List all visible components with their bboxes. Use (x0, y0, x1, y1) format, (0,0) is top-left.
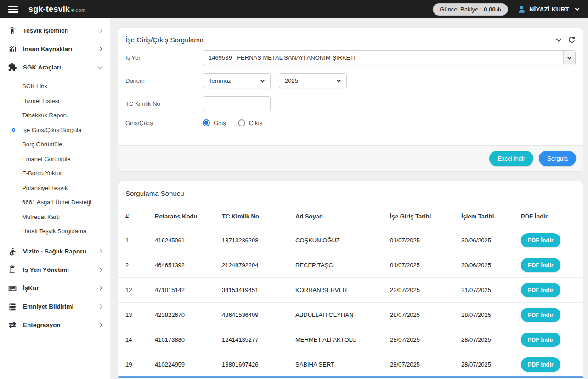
user-chevron-down-icon (575, 6, 580, 11)
horizontal-scrollbar[interactable] (118, 376, 583, 378)
sidebar-item-insan-kaynaklari[interactable]: İnsan Kaynakları (0, 40, 110, 58)
cell-adsoyad: SABİHA SERT (288, 352, 383, 377)
puzzle-icon (7, 62, 17, 72)
clipboard-icon (7, 265, 17, 275)
sidebar-subitem[interactable]: Potansiyel Teşvik (0, 181, 110, 195)
collapse-panel-button[interactable] (557, 39, 560, 41)
results-panel-title: Sorgulama Sonucu (125, 190, 184, 197)
accessibility-icon (7, 25, 17, 35)
sidebar-subitem[interactable]: Hatalı Teşvik Sorgulama (0, 224, 110, 239)
table-row: 14 410173880 12414135277 MEHMET ALİ AKTO… (118, 327, 583, 352)
table-row: 2 464651392 21248792204 RECEP TAŞCI 01/0… (118, 253, 583, 278)
cell-adsoyad: ABDULLAH CEYHAN (288, 303, 383, 327)
chevron-right-icon (98, 46, 102, 51)
donem-label: Dönem (125, 77, 203, 84)
col-header-islem-tarihi: İşlem Tarihi (454, 205, 514, 228)
sidebar-subitem[interactable]: Müfredat Kartı (0, 210, 110, 224)
table-header-row: # Refarans Kodu TC Kimlik No Ad Soyad İş… (118, 205, 583, 228)
sidebar-subitem[interactable]: 6661 Asgari Ücret Desteği (0, 195, 110, 210)
sorgula-button[interactable]: Sorgula (539, 151, 576, 166)
sidebar-item-iskur[interactable]: İşKur (0, 279, 110, 298)
user-avatar-icon (517, 5, 526, 14)
tc-kimlik-label: TC Kimlik No (125, 100, 203, 107)
pdf-indir-button[interactable]: PDF İndir (521, 357, 560, 372)
sidebar-item-entegrasyon[interactable]: ⇄ Entegrasyon (0, 316, 110, 334)
cell-islem-tarihi: 30/06/2025 (454, 228, 514, 253)
sidebar-subitem[interactable]: İşe Giriş/Çıkış Sorgula (0, 123, 110, 138)
cell-refarans: 410224959 (147, 352, 215, 377)
main-content: İşe Giriş/Çıkış Sorgulama İş Yeri 146953… (110, 18, 588, 379)
pdf-indir-button[interactable]: PDF İndir (521, 233, 560, 247)
sidebar-subitem[interactable]: Hizmet Listesi (0, 94, 110, 109)
balance-pill[interactable]: Güncel Bakiye : 0,00 ₺ (433, 3, 508, 16)
cell-adsoyad: KORHAN SERVER (288, 278, 383, 303)
cell-no: 1 (118, 228, 147, 253)
cell-refarans: 423822670 (147, 303, 215, 327)
sgk-araclari-submenu: SGK Link Hizmet Listesi Tahakkuk Raporu … (0, 76, 110, 242)
pdf-indir-button[interactable]: PDF İndir (521, 308, 560, 322)
col-header-giris-tarihi: İşe Giriş Tarihi (383, 205, 454, 228)
is-yeri-row: İş Yeri 1469539 - FERNAS METAL SANAYİ AN… (118, 50, 583, 65)
col-header-pdf: PDF İndir (514, 205, 583, 228)
giris-radio[interactable]: Giriş (203, 119, 226, 126)
sidebar-item-emniyet-bildirimi[interactable]: Emniyet Bildirimi (0, 298, 110, 316)
logo-dot-icon (71, 9, 74, 12)
sidebar-subitem[interactable]: SGK Link (0, 79, 110, 94)
chevron-down-icon (337, 78, 341, 82)
cell-giris-tarihi: 28/07/2025 (383, 352, 454, 377)
balance-label: Güncel Bakiye : (440, 6, 481, 13)
sidebar-item-is-yeri-yonetimi[interactable]: İş Yeri Yönetimi (0, 261, 110, 279)
cikis-radio[interactable]: Çıkış (238, 119, 263, 126)
cell-tc: 34153419451 (215, 278, 288, 303)
chevron-right-icon (98, 268, 102, 272)
cell-tc: 13801697426 (215, 352, 288, 377)
radio-selected-icon (203, 119, 210, 126)
cell-refarans: 416245061 (147, 228, 215, 253)
user-menu[interactable]: NİYAZİ KURT (517, 5, 579, 14)
refresh-icon[interactable] (568, 36, 576, 44)
cell-giris-tarihi: 28/07/2025 (383, 303, 454, 327)
cell-tc: 13713236298 (215, 228, 288, 253)
sidebar-item-sgk-araclari[interactable]: SGK Araçları (0, 58, 110, 76)
is-yeri-select[interactable]: 1469539 - FERNAS METAL SANAYİ ANONİM ŞİR… (203, 50, 576, 65)
donem-month-select[interactable]: Temmuz (203, 73, 271, 88)
cell-refarans: 471015142 (147, 278, 215, 303)
chevron-right-icon (98, 304, 102, 309)
pdf-indir-button[interactable]: PDF İndir (521, 333, 560, 347)
cell-giris-tarihi: 01/07/2025 (383, 253, 454, 278)
balance-value: 0,00 ₺ (484, 6, 501, 13)
cell-islem-tarihi: 28/07/2025 (454, 303, 514, 327)
sidebar-subitem[interactable]: Tahakkuk Raporu (0, 108, 110, 123)
sidebar-subitem[interactable]: Borç Görüntüle (0, 137, 110, 152)
wheelchair-icon (7, 247, 17, 257)
sidebar-item-vizite-saglik-raporu[interactable]: Vizite - Sağlık Raporu (0, 242, 110, 261)
form-footer: Excel indir Sorgula (118, 145, 583, 171)
cell-giris-tarihi: 01/07/2025 (383, 228, 454, 253)
server-icon (7, 302, 17, 312)
cell-giris-tarihi: 28/07/2025 (383, 327, 454, 352)
results-table: # Refarans Kodu TC Kimlik No Ad Soyad İş… (118, 205, 583, 377)
results-tbody: 1 416245061 13713236298 COŞKUN OĞUZ 01/0… (118, 228, 583, 377)
pdf-indir-button[interactable]: PDF İndir (521, 258, 560, 272)
excel-indir-button[interactable]: Excel indir (489, 151, 533, 166)
donem-year-value: 2025 (285, 77, 298, 84)
cell-no: 2 (118, 253, 147, 278)
sidebar-item-tesvik-islemleri[interactable]: Teşvik İşlemleri (0, 21, 110, 40)
pdf-indir-button[interactable]: PDF İndir (521, 283, 560, 297)
results-panel: Sorgulama Sonucu # Refarans Kodu TC Kiml… (118, 181, 583, 379)
donem-year-select[interactable]: 2025 (279, 73, 347, 88)
select-arrow-icon (563, 51, 575, 64)
cell-tc: 48641536409 (215, 303, 288, 327)
cell-adsoyad: MEHMET ALİ AKTOLU (288, 327, 383, 352)
table-row: 1 416245061 13713236298 COŞKUN OĞUZ 01/0… (118, 228, 583, 253)
user-name: NİYAZİ KURT (530, 6, 569, 13)
sidebar-subitem[interactable]: E-Borcu Yoktur (0, 166, 110, 181)
chart-icon (7, 44, 17, 54)
app-logo[interactable]: sgk-tesvik com (28, 5, 86, 14)
hamburger-menu-icon[interactable] (8, 6, 18, 13)
donem-row: Dönem Temmuz 2025 (118, 73, 583, 88)
giris-cikis-label: Giriş/Çıkış (125, 120, 203, 126)
tc-kimlik-input[interactable] (203, 96, 271, 111)
query-form-panel: İşe Giriş/Çıkış Sorgulama İş Yeri 146953… (118, 28, 583, 172)
sidebar-subitem[interactable]: Emanet Görüntüle (0, 152, 110, 167)
